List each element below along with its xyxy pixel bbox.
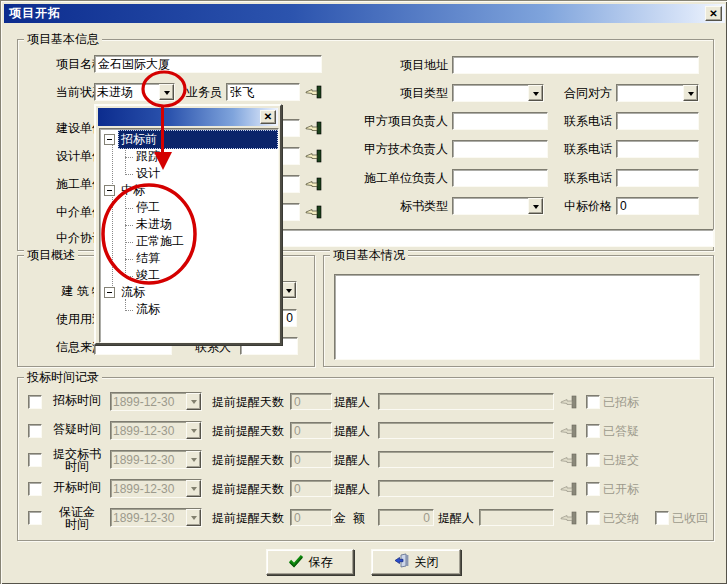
reminder-label-1: 提醒人: [334, 394, 374, 410]
phone3-input[interactable]: [616, 169, 699, 187]
title-bar[interactable]: 项目开拓: [4, 4, 725, 23]
bid-doc-type-dropdown-button[interactable]: [528, 198, 543, 214]
bid-time-date-value: [111, 393, 186, 410]
tree-item-pre-bid[interactable]: 招标前: [100, 131, 278, 148]
dropdown-arrow-icon: [191, 429, 197, 436]
save-button-label: 保存: [309, 554, 333, 571]
project-situation-textarea[interactable]: [334, 274, 700, 360]
owner-pm-label: 甲方项目负责人: [348, 113, 448, 129]
current-status-value[interactable]: [95, 84, 159, 100]
reminder-input-5: [479, 509, 554, 526]
builder-pm-input[interactable]: [452, 169, 548, 187]
reminder-picker-hand-icon-5: [560, 511, 578, 525]
bid-done-label: 已招标: [603, 394, 653, 410]
project-address-input[interactable]: [452, 56, 699, 74]
status-dropdown-button[interactable]: [159, 84, 174, 100]
days-ahead-label-3: 提前提醒天数: [212, 452, 296, 468]
dropdown-arrow-icon: [688, 92, 694, 99]
reminder-input-3: [378, 451, 554, 468]
days-ahead-label-1: 提前提醒天数: [212, 394, 296, 410]
group-project-overview-legend: 项目概述: [24, 248, 78, 263]
contract-party-label: 合同对方: [548, 85, 612, 101]
salesman-picker-hand-icon[interactable]: [305, 85, 323, 99]
phone2-input[interactable]: [616, 140, 699, 158]
reminder-input-1: [378, 393, 554, 410]
open-time-checkbox[interactable]: [28, 482, 42, 496]
project-name-input[interactable]: [94, 55, 322, 73]
project-type-combo[interactable]: [452, 84, 544, 102]
submit-time-checkbox[interactable]: [28, 453, 42, 467]
reminder-input-4: [378, 480, 554, 497]
days-ahead-label-4: 提前提醒天数: [212, 481, 296, 497]
answer-time-label: 答疑时间: [44, 421, 110, 437]
group-bid-schedule-legend: 投标时间记录: [24, 370, 102, 385]
building-dropdown-button[interactable]: [281, 282, 296, 298]
paid-done-checkbox[interactable]: [586, 511, 600, 525]
submit-done-checkbox[interactable]: [586, 453, 600, 467]
reminder-picker-hand-icon-4: [560, 482, 578, 496]
deposit-time-date-value: [111, 509, 186, 526]
answer-time-date-combo: [110, 421, 202, 440]
dropdown-arrow-icon: [533, 92, 539, 99]
close-button-label: 关闭: [415, 554, 439, 571]
save-button[interactable]: 保存: [266, 549, 354, 575]
project-address-label: 项目地址: [348, 57, 448, 73]
dropdown-arrow-icon: [164, 91, 170, 98]
project-type-value[interactable]: [453, 85, 528, 101]
close-button[interactable]: ✕: [705, 6, 722, 21]
open-time-date-dropdown-button: [186, 480, 201, 497]
bid-time-date-dropdown-button: [186, 393, 201, 410]
phone2-label: 联系电话: [548, 141, 612, 157]
submit-done-label: 已提交: [603, 452, 653, 468]
answer-time-checkbox[interactable]: [28, 424, 42, 438]
collapse-minus-icon[interactable]: [104, 185, 115, 196]
collapse-minus-icon[interactable]: [104, 134, 115, 145]
group-project-situation: 项目基本情况: [323, 255, 714, 367]
days-ahead-input-1: [290, 393, 332, 410]
reminder-input-2: [378, 422, 554, 439]
bid-time-date-combo: [110, 392, 202, 411]
builder-picker-hand-icon[interactable]: [305, 121, 323, 135]
reminder-label-5: 提醒人: [438, 510, 478, 526]
dropdown-arrow-icon: [191, 487, 197, 494]
close-icon: ✕: [709, 9, 717, 19]
status-tree-popup: ✕ 招标前 跟踪 设计: [94, 104, 282, 345]
salesman-input[interactable]: [226, 83, 300, 101]
tree-connector-line: [125, 196, 127, 275]
current-status-combo[interactable]: [94, 83, 175, 101]
deposit-time-date-dropdown-button: [186, 509, 201, 526]
close-dialog-button[interactable]: 关闭: [371, 549, 461, 575]
constructor-picker-hand-icon[interactable]: [305, 177, 323, 191]
project-type-dropdown-button[interactable]: [528, 85, 543, 101]
phone1-input[interactable]: [616, 112, 699, 130]
popup-title-bar[interactable]: [98, 108, 278, 126]
winning-price-input[interactable]: [616, 197, 699, 215]
dropdown-arrow-icon: [191, 458, 197, 465]
days-ahead-input-2: [290, 422, 332, 439]
answer-done-checkbox[interactable]: [586, 424, 600, 438]
agency-picker-hand-icon[interactable]: [305, 205, 323, 219]
contract-party-value[interactable]: [617, 85, 683, 101]
collapse-minus-icon[interactable]: [104, 287, 115, 298]
bid-time-checkbox[interactable]: [28, 395, 42, 409]
bid-doc-type-value[interactable]: [453, 198, 528, 214]
contract-party-dropdown-button[interactable]: [683, 85, 698, 101]
days-ahead-input-4: [290, 480, 332, 497]
answer-time-date-dropdown-button: [186, 422, 201, 439]
owner-tech-input[interactable]: [452, 140, 548, 158]
close-door-icon: [394, 553, 410, 571]
bid-doc-type-combo[interactable]: [452, 197, 544, 215]
owner-pm-input[interactable]: [452, 112, 548, 130]
open-done-checkbox[interactable]: [586, 482, 600, 496]
bid-done-checkbox[interactable]: [586, 395, 600, 409]
submit-time-label: 提交标书 时间: [44, 448, 110, 472]
deposit-time-checkbox[interactable]: [28, 511, 42, 525]
days-ahead-input-5: [290, 509, 332, 526]
designer-picker-hand-icon[interactable]: [305, 149, 323, 163]
submit-time-date-value: [111, 451, 186, 468]
contract-party-combo[interactable]: [616, 84, 699, 102]
popup-close-button[interactable]: ✕: [260, 110, 276, 124]
days-ahead-input-3: [290, 451, 332, 468]
days-ahead-label-5: 提前提醒天数: [212, 510, 296, 526]
returned-done-checkbox[interactable]: [655, 511, 669, 525]
